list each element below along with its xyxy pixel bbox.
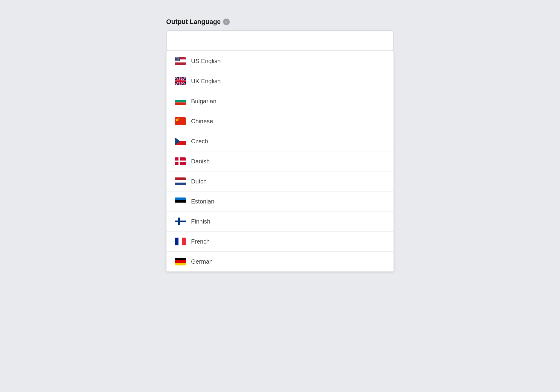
flag-ee [175, 197, 186, 205]
section-title: Output Language ? [166, 18, 394, 26]
language-name: Chinese [191, 118, 213, 125]
language-item-german[interactable]: German [167, 252, 393, 271]
language-search-input[interactable] [166, 31, 394, 51]
language-item-us-english[interactable]: US English [167, 51, 393, 71]
flag-cz [175, 137, 186, 145]
language-name: Danish [191, 158, 210, 165]
flag-uk [175, 77, 186, 85]
flag-fi [175, 218, 186, 225]
language-item-estonian[interactable]: Estonian [167, 192, 393, 212]
language-name: US English [191, 58, 221, 65]
flag-de [175, 258, 186, 265]
language-name: Bulgarian [191, 98, 217, 105]
language-name: Finnish [191, 218, 210, 225]
language-item-finnish[interactable]: Finnish [167, 212, 393, 232]
output-language-section: Output Language ? US EnglishUK EnglishBu… [166, 12, 394, 278]
help-icon[interactable]: ? [223, 19, 230, 25]
language-dropdown-list: US EnglishUK EnglishBulgarianChineseCzec… [166, 51, 394, 272]
flag-fr [175, 238, 186, 245]
language-name: UK English [191, 78, 221, 85]
flag-nl [175, 177, 186, 185]
flag-cn [175, 117, 186, 125]
language-name: French [191, 238, 210, 245]
flag-us [175, 57, 186, 65]
language-name: Czech [191, 138, 208, 145]
language-item-chinese[interactable]: Chinese [167, 111, 393, 131]
language-item-bulgarian[interactable]: Bulgarian [167, 91, 393, 111]
language-item-czech[interactable]: Czech [167, 131, 393, 151]
flag-dk [175, 157, 186, 165]
language-item-uk-english[interactable]: UK English [167, 71, 393, 91]
title-text: Output Language [166, 18, 221, 26]
language-item-danish[interactable]: Danish [167, 151, 393, 171]
language-name: German [191, 258, 213, 265]
language-name: Estonian [191, 198, 214, 205]
language-item-dutch[interactable]: Dutch [167, 171, 393, 192]
language-item-french[interactable]: French [167, 232, 393, 252]
language-name: Dutch [191, 178, 207, 185]
flag-bg [175, 97, 186, 105]
